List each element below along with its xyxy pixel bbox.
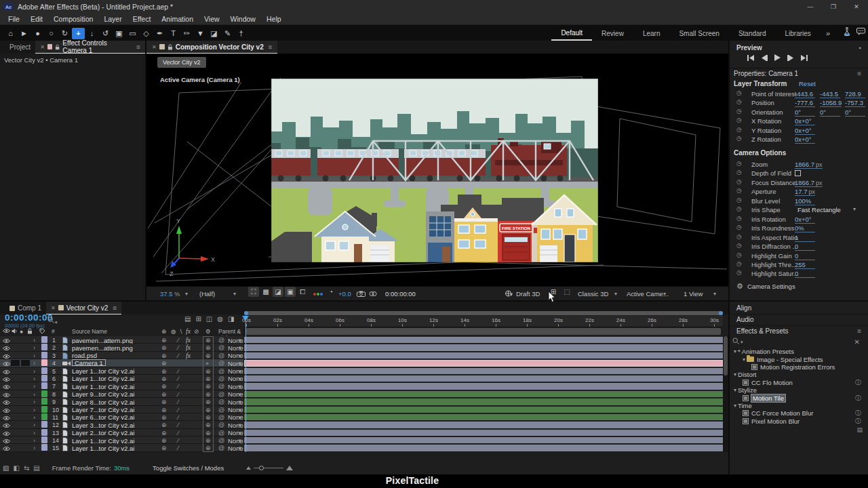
chevron-down-icon[interactable]: ▾ (239, 383, 241, 390)
transparency-grid-icon[interactable]: ▩ (260, 287, 271, 297)
audio-column-icon[interactable] (12, 328, 18, 336)
switch-icon[interactable]: ⊕ (205, 375, 211, 382)
panel-menu-icon[interactable]: ≡ (857, 327, 861, 335)
home-tool[interactable]: ⌂ (4, 28, 17, 39)
expand-caret-icon[interactable]: ▾ (734, 348, 736, 354)
checkbox[interactable] (795, 170, 801, 176)
zoom-tool[interactable]: ○ (45, 28, 58, 39)
current-timecode[interactable]: 0:00:00:00 (5, 312, 53, 323)
property-value[interactable]: -443.6 (795, 90, 815, 98)
chevron-down-icon[interactable]: ▾ (239, 437, 241, 444)
renderer-dropdown[interactable]: Classic 3D (578, 287, 608, 301)
brush-tool[interactable]: ✏ (180, 28, 193, 39)
expand-arrow-icon[interactable]: › (33, 407, 35, 413)
switch-icon[interactable]: ⊕ (205, 407, 211, 413)
expand-arrow-icon[interactable]: › (33, 422, 35, 428)
layer-duration-bar[interactable] (244, 352, 723, 359)
stopwatch-icon[interactable]: ◷ (736, 251, 742, 258)
chevron-down-icon[interactable]: ▾ (239, 422, 241, 428)
3d-layer-column-icon[interactable]: ⚙ (205, 328, 211, 335)
quality-switch-icon[interactable]: ∕ (178, 344, 179, 351)
label-color-swatch[interactable] (41, 436, 47, 443)
expand-arrow-icon[interactable]: › (33, 383, 35, 390)
tab-composition[interactable]: ✕ Composition Vector City v2 ≡ (146, 41, 277, 54)
chevron-down-icon[interactable]: ▾ (239, 344, 241, 351)
collapse-switch-icon[interactable]: ⊕ (161, 399, 167, 405)
chevron-down-icon[interactable]: ▾ (239, 430, 241, 436)
layer-row-7[interactable]: › 7 Layer 1...tor City v2.ai ⊕ ∕ ⊕ @ Non… (0, 382, 723, 390)
stopwatch-icon[interactable]: ◷ (736, 233, 742, 240)
label-color-swatch[interactable] (41, 444, 47, 451)
property-value[interactable]: 1866.7px (795, 179, 823, 187)
layer-number-column[interactable]: # (52, 328, 55, 335)
expand-arrow-icon[interactable]: › (33, 344, 35, 351)
work-area-bar[interactable] (246, 328, 721, 335)
chevron-down-icon[interactable]: ▾ (239, 368, 241, 375)
label-color-swatch[interactable] (41, 352, 47, 359)
shy-layers-icon[interactable]: ◫ (206, 315, 212, 323)
panel-menu-icon[interactable]: ≡ (113, 304, 117, 312)
layer-duration-bar[interactable] (244, 437, 723, 443)
effects-tree-item[interactable]: ▾* Animation Presets (730, 348, 868, 355)
playhead-line[interactable] (245, 316, 246, 452)
close-icon[interactable]: ✕ (152, 44, 157, 50)
expand-arrow-icon[interactable]: › (33, 414, 35, 421)
resolution-dropdown[interactable]: (Half) (199, 287, 215, 301)
layer-duration-bar[interactable] (244, 368, 723, 374)
label-color-swatch[interactable] (41, 421, 47, 428)
property-value[interactable]: 0x+0° (795, 216, 815, 224)
label-color-swatch[interactable] (41, 359, 47, 366)
draft-3d-toggle-icon[interactable]: ⊞ (195, 315, 201, 323)
exposure-value[interactable]: +0.0 (338, 287, 351, 301)
label-color-swatch[interactable] (41, 406, 47, 413)
info-icon[interactable]: ⓘ (855, 378, 861, 387)
menu-view[interactable]: View (199, 15, 225, 23)
property-value[interactable]: 17.7px (795, 188, 815, 196)
chevron-down-icon[interactable]: ▾ (239, 360, 241, 367)
fx-switch-icon[interactable]: fx (186, 344, 191, 351)
layer-row-12[interactable]: › 12 Layer 3...tor City v2.ai ⊕ ∕ ⊕ @ No… (0, 421, 723, 428)
property-value[interactable]: 1866.7px (795, 161, 823, 169)
property-value[interactable]: 0° (820, 108, 840, 117)
switch-icon[interactable]: ⊕ (205, 352, 211, 359)
chevron-down-icon[interactable]: ▾ (239, 445, 241, 451)
property-value[interactable]: 0° (795, 108, 815, 117)
expand-arrow-icon[interactable]: › (33, 437, 35, 444)
expand-arrow-icon[interactable]: › (33, 391, 35, 398)
label-color-swatch[interactable] (41, 344, 47, 350)
previous-frame-button[interactable] (761, 55, 768, 62)
pick-whip-icon[interactable]: @ (218, 430, 224, 436)
effects-tree-item[interactable]: ▾Distort (730, 371, 868, 378)
expand-caret-icon[interactable]: ▾ (743, 357, 745, 363)
layer-row-2[interactable]: › 2 pavemen...attern.png ⊕ ∕ fx ⊕ @ None… (0, 344, 723, 351)
label-color-swatch[interactable] (41, 382, 47, 389)
collapse-switch-icon[interactable]: ⊕ (161, 391, 167, 398)
label-color-swatch[interactable] (41, 336, 47, 343)
region-of-interest-icon[interactable]: ▣ (285, 287, 296, 297)
layer-row-8[interactable]: › 8 Layer 9...tor City v2.ai ⊕ ∕ ⊕ @ Non… (0, 390, 723, 398)
grid-guides-toggle-icon[interactable]: ⛶ (248, 287, 259, 297)
property-value[interactable]: 0x+0° (795, 127, 815, 135)
label-color-swatch[interactable] (41, 390, 47, 397)
layer-row-3[interactable]: › 3 road.psd ⊕ ∕ fx ⊕ @ None ▾ (0, 352, 723, 359)
layer-name[interactable]: pavemen...attern.png (72, 337, 133, 344)
property-value[interactable]: 0° (845, 108, 865, 117)
workspace-learn[interactable]: Learn (633, 26, 670, 41)
layer-row-1[interactable]: › 1 pavemen...attern.png ⊕ ∕ fx ⊕ @ None… (0, 336, 723, 344)
layer-row-4[interactable]: › 4 Camera 1 ⊕ ⌖ @ None ▾ (0, 359, 723, 367)
quality-switch-icon[interactable]: ∕ (178, 414, 179, 421)
collapse-switch-icon[interactable]: ⊕ (161, 360, 167, 367)
layer-name[interactable]: Layer 2...tor City v2.ai (72, 430, 134, 436)
pick-whip-icon[interactable]: @ (218, 383, 224, 390)
menu-composition[interactable]: Composition (48, 15, 98, 23)
shape-tool[interactable]: ◇ (140, 28, 153, 39)
channel-show-icon[interactable] (313, 287, 323, 301)
pick-whip-icon[interactable]: @ (218, 375, 224, 382)
workspace-review[interactable]: Review (592, 26, 633, 41)
pen-tool[interactable]: ✒ (153, 28, 166, 39)
preview-timecode[interactable]: 0:00:00:00 (385, 287, 416, 301)
draft-3d-icon[interactable] (505, 287, 513, 301)
effects-tree-item[interactable]: Motion Registration Errors (730, 363, 868, 371)
eye-icon[interactable] (3, 445, 10, 452)
view-layout-dropdown[interactable]: 1 View (684, 287, 703, 301)
